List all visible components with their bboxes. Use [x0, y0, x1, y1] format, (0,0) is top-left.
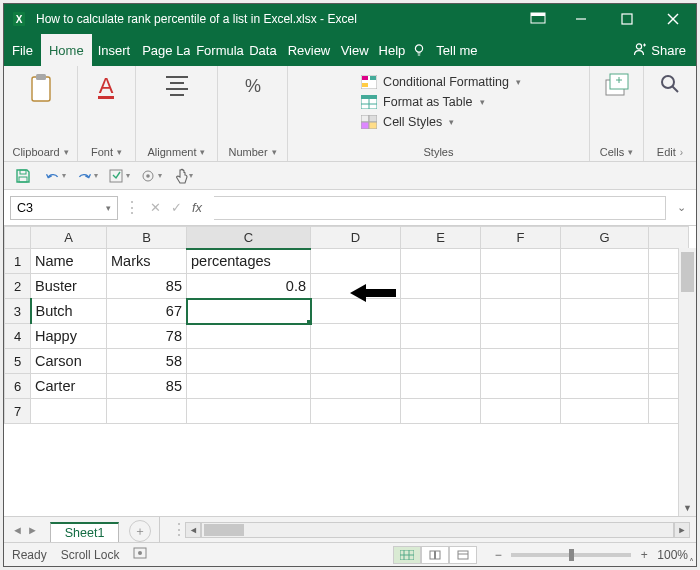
ribbon-editing[interactable]: Edit›: [644, 66, 696, 161]
ribbon-mode-button[interactable]: [518, 4, 558, 34]
save-button[interactable]: [12, 166, 34, 186]
row-header[interactable]: 4: [5, 324, 31, 349]
lightbulb-icon[interactable]: [410, 34, 428, 66]
qat-btn-5[interactable]: ▾: [140, 166, 162, 186]
cell[interactable]: [401, 399, 481, 424]
cell[interactable]: [311, 349, 401, 374]
tab-home[interactable]: Home: [41, 34, 92, 66]
name-box[interactable]: C3 ▾: [10, 196, 118, 220]
sheet-tab[interactable]: Sheet1: [50, 522, 120, 542]
tab-page-layout[interactable]: Page La: [136, 34, 190, 66]
cell[interactable]: Buster: [31, 274, 107, 299]
scroll-left-icon[interactable]: ◄: [185, 522, 201, 538]
cell[interactable]: [187, 324, 311, 349]
sheet-nav-next[interactable]: ►: [27, 524, 38, 536]
cell[interactable]: [187, 374, 311, 399]
cell[interactable]: percentages: [187, 249, 311, 274]
active-cell[interactable]: [187, 299, 311, 324]
vertical-scrollbar[interactable]: ▲ ▼: [678, 248, 696, 516]
cell[interactable]: [481, 249, 561, 274]
scroll-right-icon[interactable]: ►: [674, 522, 690, 538]
cell[interactable]: [481, 299, 561, 324]
cell[interactable]: [31, 399, 107, 424]
cell[interactable]: [187, 399, 311, 424]
ribbon-alignment[interactable]: Alignment▾: [136, 66, 218, 161]
cell[interactable]: Marks: [107, 249, 187, 274]
undo-button[interactable]: ▾: [44, 166, 66, 186]
col-header-c[interactable]: C: [187, 227, 311, 249]
redo-button[interactable]: ▾: [76, 166, 98, 186]
cell[interactable]: [401, 324, 481, 349]
formula-input[interactable]: [214, 196, 666, 220]
cell[interactable]: Butch: [31, 299, 107, 324]
view-page-break[interactable]: [449, 546, 477, 564]
qat-btn-4[interactable]: ▾: [108, 166, 130, 186]
cell[interactable]: [561, 374, 649, 399]
col-header-d[interactable]: D: [311, 227, 401, 249]
col-header-a[interactable]: A: [31, 227, 107, 249]
row-header[interactable]: 3: [5, 299, 31, 324]
cell[interactable]: [561, 324, 649, 349]
cell[interactable]: Happy: [31, 324, 107, 349]
conditional-formatting[interactable]: Conditional Formatting▾: [360, 72, 521, 92]
tab-file[interactable]: File: [4, 34, 41, 66]
cell[interactable]: [561, 249, 649, 274]
tab-insert[interactable]: Insert: [92, 34, 137, 66]
cell[interactable]: [561, 399, 649, 424]
cell[interactable]: Carson: [31, 349, 107, 374]
enter-formula-icon[interactable]: ✓: [171, 200, 182, 215]
sheet-nav-prev[interactable]: ◄: [12, 524, 23, 536]
ribbon-cells[interactable]: Cells▾: [590, 66, 644, 161]
cell[interactable]: [481, 324, 561, 349]
minimize-button[interactable]: [558, 4, 604, 34]
cell[interactable]: [481, 349, 561, 374]
tab-data[interactable]: Data: [244, 34, 281, 66]
cell[interactable]: [107, 399, 187, 424]
cell[interactable]: [401, 274, 481, 299]
cell[interactable]: [311, 399, 401, 424]
view-normal[interactable]: [393, 546, 421, 564]
cell[interactable]: [481, 399, 561, 424]
cell[interactable]: [401, 349, 481, 374]
tab-view[interactable]: View: [336, 34, 374, 66]
format-as-table[interactable]: Format as Table▾: [360, 92, 521, 112]
cancel-formula-icon[interactable]: ✕: [150, 200, 161, 215]
cell[interactable]: [401, 299, 481, 324]
select-all-corner[interactable]: [5, 227, 31, 249]
maximize-button[interactable]: [604, 4, 650, 34]
fx-icon[interactable]: fx: [192, 200, 202, 215]
cell[interactable]: [311, 374, 401, 399]
tell-me[interactable]: Tell me: [428, 34, 485, 66]
row-header[interactable]: 2: [5, 274, 31, 299]
cell[interactable]: [561, 349, 649, 374]
col-header-g[interactable]: G: [561, 227, 649, 249]
touch-mode-button[interactable]: ▾: [172, 166, 194, 186]
row-header[interactable]: 1: [5, 249, 31, 274]
cell-styles[interactable]: Cell Styles▾: [360, 112, 521, 132]
cell[interactable]: 85: [107, 374, 187, 399]
row-header[interactable]: 6: [5, 374, 31, 399]
cell[interactable]: [561, 274, 649, 299]
cell[interactable]: Name: [31, 249, 107, 274]
col-header-h[interactable]: [649, 227, 689, 249]
cell[interactable]: [481, 274, 561, 299]
close-button[interactable]: [650, 4, 696, 34]
view-page-layout[interactable]: [421, 546, 449, 564]
cell[interactable]: 67: [107, 299, 187, 324]
col-header-f[interactable]: F: [481, 227, 561, 249]
share-button[interactable]: Share: [622, 34, 696, 66]
ribbon-collapse-button[interactable]: ˄: [689, 557, 694, 568]
tab-help[interactable]: Help: [374, 34, 411, 66]
cell[interactable]: [401, 374, 481, 399]
tab-review[interactable]: Review: [282, 34, 336, 66]
scroll-down-icon[interactable]: ▼: [679, 500, 696, 516]
cell[interactable]: [561, 299, 649, 324]
add-sheet-button[interactable]: ＋: [129, 520, 151, 542]
formula-bar-expand[interactable]: ⌄: [672, 201, 690, 214]
ribbon-font[interactable]: A Font▾: [78, 66, 136, 161]
row-header[interactable]: 5: [5, 349, 31, 374]
zoom-in[interactable]: +: [637, 548, 651, 562]
cell[interactable]: [187, 349, 311, 374]
cell[interactable]: 85: [107, 274, 187, 299]
zoom-slider[interactable]: [511, 553, 631, 557]
